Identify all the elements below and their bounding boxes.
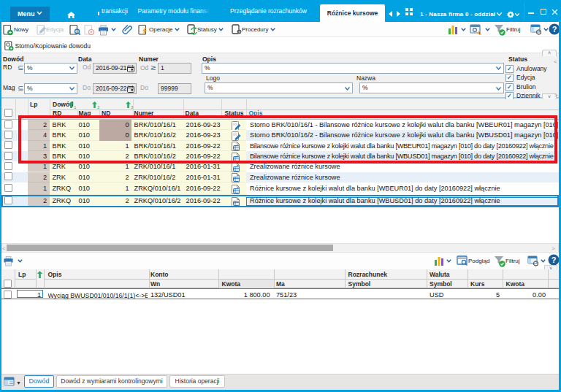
svg-text:2: 2 (97, 105, 99, 109)
svg-text:1: 1 (74, 105, 76, 109)
svg-text:?: ? (552, 255, 557, 264)
svg-text:?: ? (552, 25, 557, 34)
